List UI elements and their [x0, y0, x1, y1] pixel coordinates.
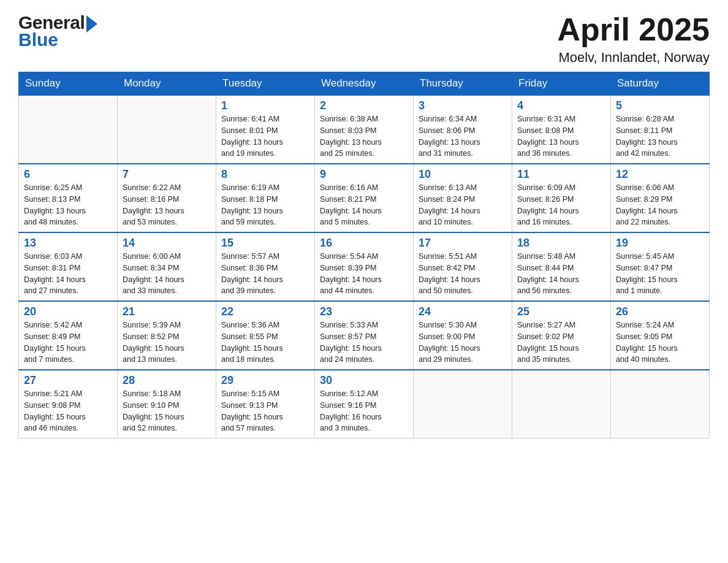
day-number: 5: [616, 99, 704, 112]
weekday-header-friday: Friday: [512, 72, 611, 96]
calendar-cell: [19, 95, 118, 164]
calendar-cell: 30Sunrise: 5:12 AM Sunset: 9:16 PM Dayli…: [315, 370, 414, 439]
title-block: April 2025 Moelv, Innlandet, Norway: [557, 12, 710, 66]
calendar-cell: [512, 370, 611, 439]
day-info: Sunrise: 5:21 AM Sunset: 9:08 PM Dayligh…: [24, 388, 112, 434]
calendar-cell: [118, 95, 216, 164]
calendar-cell: 27Sunrise: 5:21 AM Sunset: 9:08 PM Dayli…: [19, 370, 118, 439]
logo-arrow-icon: [86, 15, 97, 33]
calendar-cell: 11Sunrise: 6:09 AM Sunset: 8:26 PM Dayli…: [512, 164, 611, 232]
weekday-header-tuesday: Tuesday: [216, 72, 315, 96]
day-info: Sunrise: 5:36 AM Sunset: 8:55 PM Dayligh…: [221, 320, 309, 366]
day-number: 2: [320, 99, 408, 112]
calendar-cell: 28Sunrise: 5:18 AM Sunset: 9:10 PM Dayli…: [118, 370, 216, 439]
day-info: Sunrise: 5:27 AM Sunset: 9:02 PM Dayligh…: [517, 320, 605, 366]
calendar-cell: 2Sunrise: 6:38 AM Sunset: 8:03 PM Daylig…: [315, 95, 414, 164]
day-info: Sunrise: 6:25 AM Sunset: 8:13 PM Dayligh…: [24, 182, 112, 228]
day-info: Sunrise: 5:51 AM Sunset: 8:42 PM Dayligh…: [419, 251, 507, 297]
calendar-cell: 25Sunrise: 5:27 AM Sunset: 9:02 PM Dayli…: [512, 301, 611, 370]
day-info: Sunrise: 5:48 AM Sunset: 8:44 PM Dayligh…: [517, 251, 605, 297]
day-info: Sunrise: 5:12 AM Sunset: 9:16 PM Dayligh…: [320, 388, 408, 434]
calendar-cell: 20Sunrise: 5:42 AM Sunset: 8:49 PM Dayli…: [19, 301, 118, 370]
day-info: Sunrise: 6:22 AM Sunset: 8:16 PM Dayligh…: [123, 182, 211, 228]
calendar-location: Moelv, Innlandet, Norway: [557, 50, 710, 66]
calendar-cell: 5Sunrise: 6:28 AM Sunset: 8:11 PM Daylig…: [611, 95, 710, 164]
day-info: Sunrise: 5:33 AM Sunset: 8:57 PM Dayligh…: [320, 320, 408, 366]
day-number: 8: [221, 168, 309, 181]
day-number: 20: [24, 305, 112, 318]
day-number: 13: [24, 237, 112, 250]
calendar-cell: 21Sunrise: 5:39 AM Sunset: 8:52 PM Dayli…: [118, 301, 216, 370]
day-number: 4: [517, 99, 605, 112]
calendar-cell: 18Sunrise: 5:48 AM Sunset: 8:44 PM Dayli…: [512, 232, 611, 301]
day-info: Sunrise: 6:03 AM Sunset: 8:31 PM Dayligh…: [24, 251, 112, 297]
day-number: 12: [616, 168, 704, 181]
day-info: Sunrise: 5:39 AM Sunset: 8:52 PM Dayligh…: [123, 320, 211, 366]
day-info: Sunrise: 6:16 AM Sunset: 8:21 PM Dayligh…: [320, 182, 408, 228]
calendar-cell: [414, 370, 512, 439]
logo: General Blue: [18, 12, 97, 50]
week-row-4: 20Sunrise: 5:42 AM Sunset: 8:49 PM Dayli…: [19, 301, 710, 370]
day-number: 14: [123, 237, 211, 250]
day-number: 9: [320, 168, 408, 181]
day-number: 17: [419, 237, 507, 250]
day-number: 27: [24, 374, 112, 387]
calendar-cell: 1Sunrise: 6:41 AM Sunset: 8:01 PM Daylig…: [216, 95, 315, 164]
day-info: Sunrise: 6:38 AM Sunset: 8:03 PM Dayligh…: [320, 113, 408, 159]
week-row-1: 1Sunrise: 6:41 AM Sunset: 8:01 PM Daylig…: [19, 95, 710, 164]
day-info: Sunrise: 5:18 AM Sunset: 9:10 PM Dayligh…: [123, 388, 211, 434]
calendar-cell: 17Sunrise: 5:51 AM Sunset: 8:42 PM Dayli…: [414, 232, 512, 301]
calendar-cell: 26Sunrise: 5:24 AM Sunset: 9:05 PM Dayli…: [611, 301, 710, 370]
day-info: Sunrise: 6:13 AM Sunset: 8:24 PM Dayligh…: [419, 182, 507, 228]
day-info: Sunrise: 6:06 AM Sunset: 8:29 PM Dayligh…: [616, 182, 704, 228]
logo-blue-text: Blue: [18, 29, 58, 50]
calendar-cell: 14Sunrise: 6:00 AM Sunset: 8:34 PM Dayli…: [118, 232, 216, 301]
day-info: Sunrise: 6:19 AM Sunset: 8:18 PM Dayligh…: [221, 182, 309, 228]
calendar-cell: 6Sunrise: 6:25 AM Sunset: 8:13 PM Daylig…: [19, 164, 118, 232]
day-info: Sunrise: 6:00 AM Sunset: 8:34 PM Dayligh…: [123, 251, 211, 297]
weekday-header-monday: Monday: [118, 72, 216, 96]
calendar-cell: 16Sunrise: 5:54 AM Sunset: 8:39 PM Dayli…: [315, 232, 414, 301]
day-info: Sunrise: 5:42 AM Sunset: 8:49 PM Dayligh…: [24, 320, 112, 366]
week-row-2: 6Sunrise: 6:25 AM Sunset: 8:13 PM Daylig…: [19, 164, 710, 232]
day-number: 19: [616, 237, 704, 250]
calendar-cell: 24Sunrise: 5:30 AM Sunset: 9:00 PM Dayli…: [414, 301, 512, 370]
day-info: Sunrise: 6:41 AM Sunset: 8:01 PM Dayligh…: [221, 113, 309, 159]
calendar-cell: 3Sunrise: 6:34 AM Sunset: 8:06 PM Daylig…: [414, 95, 512, 164]
calendar-cell: 19Sunrise: 5:45 AM Sunset: 8:47 PM Dayli…: [611, 232, 710, 301]
calendar-title: April 2025: [557, 12, 710, 47]
weekday-header-wednesday: Wednesday: [315, 72, 414, 96]
day-number: 18: [517, 237, 605, 250]
calendar-cell: 23Sunrise: 5:33 AM Sunset: 8:57 PM Dayli…: [315, 301, 414, 370]
day-number: 15: [221, 237, 309, 250]
calendar-cell: 22Sunrise: 5:36 AM Sunset: 8:55 PM Dayli…: [216, 301, 315, 370]
weekday-header-row: SundayMondayTuesdayWednesdayThursdayFrid…: [19, 72, 710, 96]
day-number: 26: [616, 305, 704, 318]
day-info: Sunrise: 5:15 AM Sunset: 9:13 PM Dayligh…: [221, 388, 309, 434]
day-info: Sunrise: 5:24 AM Sunset: 9:05 PM Dayligh…: [616, 320, 704, 366]
day-number: 30: [320, 374, 408, 387]
day-number: 16: [320, 237, 408, 250]
day-number: 25: [517, 305, 605, 318]
calendar-cell: 12Sunrise: 6:06 AM Sunset: 8:29 PM Dayli…: [611, 164, 710, 232]
calendar-cell: 4Sunrise: 6:31 AM Sunset: 8:08 PM Daylig…: [512, 95, 611, 164]
day-number: 7: [123, 168, 211, 181]
calendar-cell: 8Sunrise: 6:19 AM Sunset: 8:18 PM Daylig…: [216, 164, 315, 232]
day-info: Sunrise: 5:54 AM Sunset: 8:39 PM Dayligh…: [320, 251, 408, 297]
day-info: Sunrise: 6:31 AM Sunset: 8:08 PM Dayligh…: [517, 113, 605, 159]
day-info: Sunrise: 5:30 AM Sunset: 9:00 PM Dayligh…: [419, 320, 507, 366]
calendar-cell: 13Sunrise: 6:03 AM Sunset: 8:31 PM Dayli…: [19, 232, 118, 301]
day-number: 21: [123, 305, 211, 318]
week-row-3: 13Sunrise: 6:03 AM Sunset: 8:31 PM Dayli…: [19, 232, 710, 301]
calendar-cell: 9Sunrise: 6:16 AM Sunset: 8:21 PM Daylig…: [315, 164, 414, 232]
week-row-5: 27Sunrise: 5:21 AM Sunset: 9:08 PM Dayli…: [19, 370, 710, 439]
calendar-cell: 10Sunrise: 6:13 AM Sunset: 8:24 PM Dayli…: [414, 164, 512, 232]
page-header: General Blue April 2025 Moelv, Innlandet…: [18, 12, 710, 66]
day-number: 1: [221, 99, 309, 112]
day-info: Sunrise: 5:45 AM Sunset: 8:47 PM Dayligh…: [616, 251, 704, 297]
day-number: 11: [517, 168, 605, 181]
day-info: Sunrise: 5:57 AM Sunset: 8:36 PM Dayligh…: [221, 251, 309, 297]
day-number: 10: [419, 168, 507, 181]
day-info: Sunrise: 6:28 AM Sunset: 8:11 PM Dayligh…: [616, 113, 704, 159]
day-info: Sunrise: 6:34 AM Sunset: 8:06 PM Dayligh…: [419, 113, 507, 159]
